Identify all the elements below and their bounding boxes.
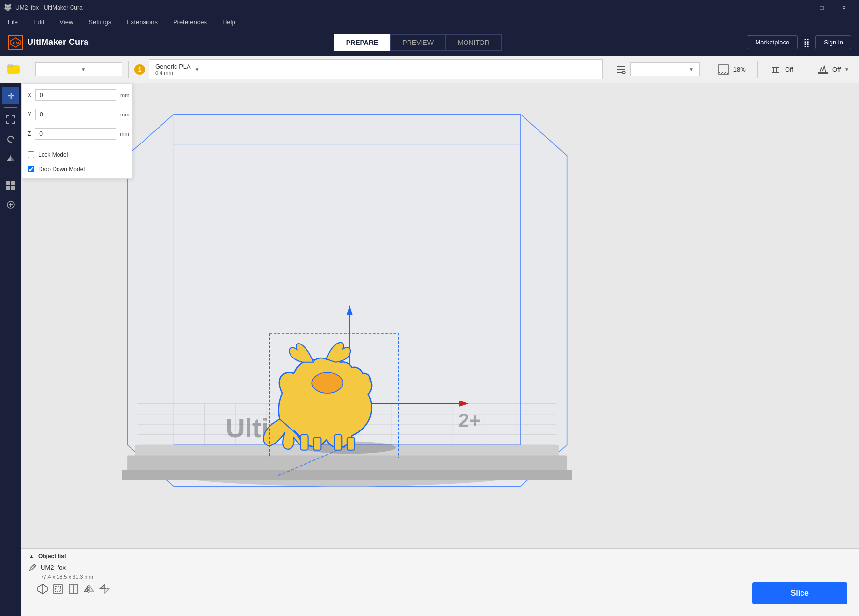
- view-3d-icon: [37, 583, 48, 595]
- menu-edit[interactable]: Edit: [29, 16, 48, 28]
- menu-settings[interactable]: Settings: [85, 16, 115, 28]
- profile-dropdown[interactable]: Normal - 0.15mm ▼: [630, 62, 700, 76]
- separator-5: [757, 61, 758, 78]
- fox-leg-2: [313, 437, 321, 450]
- mirror-object-icon: [83, 583, 95, 595]
- printer-dropdown-arrow: ▼: [81, 67, 86, 72]
- y-input[interactable]: [35, 109, 116, 120]
- z-input[interactable]: [35, 128, 116, 140]
- logo-icon: UM: [8, 35, 23, 50]
- open-folder-button[interactable]: [4, 59, 23, 80]
- adhesion-value: Off: [832, 66, 841, 73]
- svg-rect-22: [6, 186, 10, 190]
- material-select[interactable]: Generic PLA 0.4 mm ▼: [149, 59, 603, 79]
- svg-text:UM: UM: [13, 41, 19, 45]
- fox-snout: [312, 372, 343, 393]
- profile-section: Normal - 0.15mm ▼: [615, 62, 700, 76]
- x-coord-row: X mm: [28, 89, 126, 101]
- menu-view[interactable]: View: [56, 16, 77, 28]
- object-filename: UM2_fox: [41, 564, 66, 571]
- svg-line-44: [33, 565, 35, 567]
- view-front-button[interactable]: [52, 583, 64, 597]
- svg-line-6: [719, 65, 722, 68]
- grid-button[interactable]: ⣿: [803, 37, 810, 48]
- svg-rect-48: [55, 586, 61, 592]
- separator-6: [805, 61, 805, 78]
- svg-marker-17: [7, 156, 11, 161]
- separator-3: [609, 61, 609, 78]
- object-list-header[interactable]: ▲ Object list: [29, 553, 851, 559]
- main-content: ✛: [0, 83, 859, 616]
- minimize-button[interactable]: ─: [788, 0, 811, 15]
- view-3d-button[interactable]: [37, 583, 48, 597]
- view-side-button[interactable]: [68, 583, 79, 597]
- drop-down-checkbox[interactable]: [28, 166, 34, 172]
- maximize-button[interactable]: □: [811, 0, 833, 15]
- tool-panel: X mm Y mm Z mm Lock Model Drop Down Mode…: [21, 83, 132, 179]
- material-dropdown-arrow: ▼: [195, 67, 200, 72]
- collapse-icon: ▲: [29, 553, 34, 559]
- svg-rect-15: [772, 67, 779, 68]
- profile-name: Normal - 0.15mm: [637, 66, 685, 73]
- mirror-tool-button[interactable]: [2, 150, 19, 167]
- rotate-tool-button[interactable]: [2, 130, 19, 148]
- svg-marker-55: [104, 589, 109, 593]
- logo-text: UltiMaker Cura: [27, 37, 88, 47]
- x-input[interactable]: [35, 89, 116, 101]
- separator-2: [128, 61, 129, 78]
- separator-1: [29, 61, 29, 78]
- move-tool-button[interactable]: ✛: [2, 87, 19, 104]
- svg-rect-13: [773, 68, 774, 72]
- fox-leg-1: [301, 435, 308, 450]
- svg-marker-52: [90, 586, 94, 592]
- fox-leg-3: [334, 435, 342, 450]
- x-unit: mm: [120, 92, 129, 98]
- tab-prepare[interactable]: PREPARE: [334, 34, 391, 51]
- z-unit: mm: [120, 131, 129, 137]
- extruder-badge[interactable]: 1: [134, 64, 145, 75]
- scale-tool-button[interactable]: [2, 111, 19, 129]
- top-nav: UM UltiMaker Cura PREPARE PREVIEW MONITO…: [0, 29, 859, 56]
- marketplace-button[interactable]: Marketplace: [747, 35, 798, 49]
- tab-preview[interactable]: PREVIEW: [390, 34, 446, 51]
- svg-rect-12: [772, 72, 779, 73]
- viewport[interactable]: Ultimaker 2+: [21, 83, 859, 548]
- menu-extensions[interactable]: Extensions: [123, 16, 161, 28]
- per-model-settings-icon: [6, 181, 15, 190]
- move-icon: ✛: [8, 91, 14, 100]
- y-label: Y: [28, 111, 31, 118]
- y-coord-row: Y mm: [28, 109, 126, 120]
- material-info: Generic PLA 0.4 mm: [155, 63, 191, 76]
- object-dimensions: 77.4 x 18.5 x 61.3 mm: [29, 573, 851, 580]
- bed-model-label: 2+: [458, 409, 480, 431]
- per-model-settings-button[interactable]: [2, 177, 19, 194]
- svg-marker-18: [11, 156, 15, 161]
- printer-select[interactable]: Ultimaker 2+ ▼: [35, 62, 122, 76]
- svg-rect-14: [776, 68, 777, 72]
- svg-rect-3: [8, 65, 13, 67]
- toolbar: Ultimaker 2+ ▼ 1 Generic PLA 0.4 mm ▼ No…: [0, 56, 859, 83]
- lock-model-checkbox[interactable]: [28, 151, 34, 158]
- support-enforcer-button[interactable]: [2, 196, 19, 214]
- menu-file[interactable]: File: [4, 16, 22, 28]
- 3d-viewport-svg: Ultimaker 2+: [21, 83, 859, 548]
- y-unit: mm: [120, 112, 129, 117]
- z-label: Z: [28, 130, 31, 137]
- logo: UM UltiMaker Cura: [8, 35, 88, 50]
- close-button[interactable]: ✕: [833, 0, 855, 15]
- mirror-button[interactable]: [83, 583, 95, 597]
- flip-button[interactable]: [99, 583, 110, 597]
- front-view-icon: [52, 583, 64, 595]
- menu-preferences[interactable]: Preferences: [169, 16, 211, 28]
- svg-marker-54: [100, 585, 104, 589]
- signin-button[interactable]: Sign in: [815, 35, 851, 49]
- menu-help[interactable]: Help: [218, 16, 239, 28]
- support-value: Off: [785, 66, 793, 73]
- tab-monitor[interactable]: MONITOR: [446, 34, 502, 51]
- scale-icon: [6, 115, 15, 125]
- window-controls: ─ □ ✕: [788, 0, 855, 15]
- svg-rect-21: [11, 181, 15, 185]
- profile-dropdown-arrow: ▼: [689, 67, 694, 72]
- printer-name: Ultimaker 2+: [42, 66, 77, 73]
- slice-button[interactable]: Slice: [752, 582, 847, 604]
